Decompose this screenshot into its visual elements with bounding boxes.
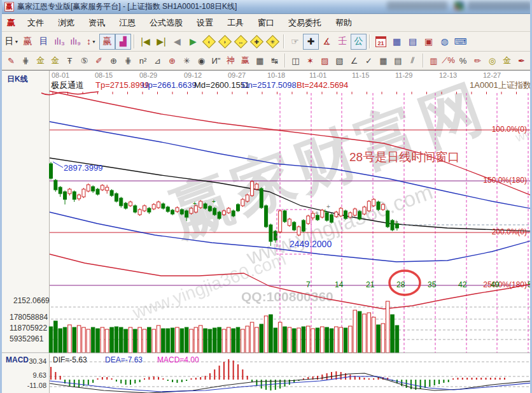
hand-tool-icon[interactable]: ☞ <box>287 34 303 50</box>
percent-line-icon[interactable]: ⟋% <box>441 54 456 68</box>
candle-body <box>279 211 282 232</box>
volume-bar <box>134 329 137 353</box>
candle-body <box>269 225 272 241</box>
gold-fence-2-icon[interactable]: 金 <box>48 54 62 68</box>
candle-body <box>68 189 71 194</box>
f-fence-icon[interactable]: Ŧ <box>62 54 77 68</box>
volume-bar <box>377 325 381 353</box>
shen-grid-icon[interactable]: 神 <box>223 54 238 68</box>
volume-bar <box>73 327 76 353</box>
formula-icon[interactable]: 公 <box>351 34 367 50</box>
grid-fence-icon[interactable]: ⋕ <box>18 54 33 68</box>
candle-body <box>176 208 179 211</box>
plus-marker-green: + <box>193 200 197 207</box>
shaded-box-icon[interactable]: ▨ <box>318 54 332 68</box>
volume-bar <box>358 311 361 353</box>
minutes-3-icon[interactable]: ılı₃ <box>52 34 67 50</box>
calculator-icon[interactable]: ▦ <box>389 34 405 50</box>
save-icon[interactable]: ▣ <box>421 34 437 50</box>
angle-tool-icon[interactable]: ∡ <box>319 34 335 50</box>
menu-item-4[interactable]: 江恩 <box>112 15 143 31</box>
gold-bars-icon[interactable]: 金 <box>500 54 514 68</box>
volume-bar <box>105 329 109 353</box>
candle-body <box>199 201 202 208</box>
gann-diamond-right-icon[interactable]: › <box>217 34 233 50</box>
flag-icon[interactable]: ⊿ <box>150 54 165 68</box>
gold-coin-icon[interactable]: ◎ <box>485 54 500 68</box>
box-plus-icon[interactable]: ◫ <box>288 54 303 68</box>
dark-box-icon[interactable]: ▧ <box>332 54 347 68</box>
win-grid-icon[interactable]: 赢 <box>238 54 253 68</box>
volume-histogram-icon[interactable]: ▟ <box>115 34 131 50</box>
gold-fence-1-icon[interactable]: 金 <box>33 54 48 68</box>
volume-bar <box>274 328 277 353</box>
rays-icon[interactable]: ✶ <box>303 54 318 68</box>
chart-bars-icon[interactable]: ▥ <box>426 54 441 68</box>
minutes-9-icon[interactable]: ılı₉ <box>67 34 83 50</box>
menu-item-1[interactable]: 文件 <box>20 15 51 31</box>
menu-item-9[interactable]: 交易委托 <box>281 15 328 31</box>
pencil-line-icon[interactable]: ✏ <box>470 54 485 68</box>
gann-diamond-star-icon[interactable]: ✳ <box>265 34 281 50</box>
first-bar-button[interactable]: |◀ <box>137 34 153 50</box>
calendar-21-icon[interactable]: 21 <box>373 34 389 50</box>
slashes-icon[interactable]: ⫽ <box>405 54 420 68</box>
next-bar-button[interactable]: ▶ <box>185 34 201 50</box>
title-bar[interactable]: 赢 赢家江恩专业版[赢家服务平台] - [上证指数 SH1A0001-108日K… <box>2 0 530 14</box>
width-arrows-icon[interactable]: ↹ <box>267 54 282 68</box>
winner-stamp-icon[interactable]: 赢 <box>20 34 36 50</box>
prev-bar-button[interactable]: ◀ <box>169 34 185 50</box>
pen-tool-icon[interactable]: ✎ <box>4 54 18 68</box>
crosshair-tool-icon[interactable]: ✚ <box>303 34 319 50</box>
volume-bar <box>367 313 371 353</box>
gann-diamond-left-icon[interactable]: ‹ <box>201 34 217 50</box>
gann-diamond-cross-icon[interactable]: ✚ <box>249 34 265 50</box>
volume-bar <box>246 326 249 353</box>
volume-bar <box>129 327 132 353</box>
i-quote-icon[interactable]: И" <box>209 54 223 68</box>
menu-item-5[interactable]: 公式选股 <box>143 15 190 31</box>
compass-red-icon[interactable]: ⊕ <box>165 54 179 68</box>
matrix-icon[interactable]: ▦ <box>253 54 267 68</box>
menu-item-7[interactable]: 工具 <box>220 15 251 31</box>
winner-analysis-icon[interactable]: 赢 <box>99 34 115 50</box>
brush-icon[interactable]: ✒ <box>514 54 529 68</box>
chart-type-candle-button[interactable]: 日▼ <box>4 34 20 50</box>
volume-bar <box>339 327 343 353</box>
indicator-value-1: Tp=2715.8999 <box>95 81 149 89</box>
volume-bar <box>157 325 160 353</box>
fence-2-icon[interactable]: ⋕ <box>121 54 136 68</box>
angle-line-icon[interactable]: ∠ <box>347 54 361 68</box>
price-chart-canvas[interactable]: 赢家财富网www.yingjia360.comwww.yingjia360.co… <box>2 71 532 393</box>
menu-item-3[interactable]: 资讯 <box>81 15 112 31</box>
target-icon[interactable]: ◉ <box>194 54 209 68</box>
n-square-icon[interactable]: n² <box>136 54 150 68</box>
clock-fence-icon[interactable]: ⊕ <box>106 54 121 68</box>
grid-arrow-icon[interactable]: ▤ <box>391 54 405 68</box>
network-pc-icon[interactable]: ⌨ <box>452 34 468 50</box>
time-number-35: 35 <box>428 281 436 289</box>
gann-diamond-both-icon[interactable]: ↔ <box>233 34 249 50</box>
plus-marker: + <box>395 218 398 225</box>
grid-dark-icon[interactable]: ▦ <box>376 54 391 68</box>
candle-style-button[interactable]: ↕▼ <box>83 34 99 50</box>
pen-red-icon[interactable]: ✐ <box>92 54 106 68</box>
check-line-icon[interactable]: ✓ <box>361 54 376 68</box>
compass-star-icon[interactable]: ✳ <box>179 54 194 68</box>
last-bar-button[interactable]: ▶| <box>153 34 169 50</box>
menu-item-8[interactable]: 窗口 <box>251 15 281 31</box>
info-document-icon[interactable]: 目 <box>36 34 52 50</box>
percent-icon[interactable]: % <box>456 54 470 68</box>
gann-ren-icon[interactable]: 壬 <box>335 34 351 50</box>
globe-disk-icon[interactable]: ◍ <box>437 34 452 50</box>
candle-body <box>106 187 109 190</box>
percent-label-1: 100.0%(0) <box>492 125 527 133</box>
spiral-5-icon[interactable]: ⑤ <box>77 54 92 68</box>
menu-item-6[interactable]: 设置 <box>190 15 220 31</box>
volume-bar <box>264 316 268 353</box>
time-number-14: 14 <box>335 281 343 289</box>
menu-item-2[interactable]: 浏览 <box>51 15 81 31</box>
app-window: 赢 赢家江恩专业版[赢家服务平台] - [上证指数 SH1A0001-108日K… <box>0 0 532 393</box>
notepad-icon[interactable]: ▤ <box>405 34 421 50</box>
menu-item-10[interactable]: 帮助 <box>328 15 359 31</box>
